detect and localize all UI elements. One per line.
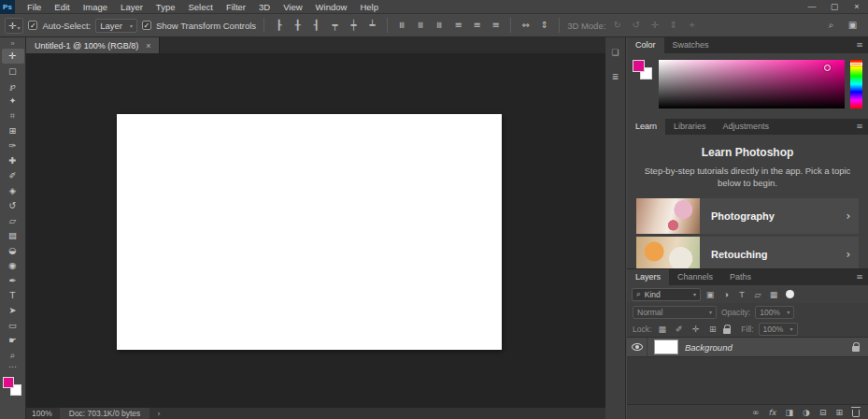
align-right-edges-icon[interactable]: ┨ (309, 14, 323, 36)
lock-all-icon[interactable] (723, 328, 731, 334)
layer-row-background[interactable]: Background (627, 338, 868, 357)
blend-mode-dropdown[interactable]: Normal ▾ (633, 306, 717, 319)
zoom-level[interactable]: 100% (32, 409, 52, 418)
align-horizontal-centers-icon[interactable]: ╂ (291, 14, 305, 36)
layer-filter-type-dropdown[interactable]: ⌕ Kind ▾ (632, 288, 701, 301)
crop-tool[interactable]: ⌗ (2, 108, 24, 123)
blur-tool[interactable]: ◒ (2, 243, 24, 258)
auto-select-checkbox[interactable]: ✓ (28, 21, 37, 30)
fill-dropdown[interactable]: 100% ▾ (759, 323, 798, 336)
canvas-area[interactable] (26, 53, 605, 408)
toolbar-collapse-icon[interactable]: » (10, 38, 14, 49)
close-button[interactable]: × (846, 0, 868, 14)
filter-shape-layers-icon[interactable]: ▱ (751, 290, 764, 299)
align-top-edges-icon[interactable]: ┯ (328, 14, 342, 36)
layer-visibility-cell[interactable] (627, 338, 647, 356)
color-picker-handle[interactable] (824, 65, 831, 71)
align-vertical-centers-icon[interactable]: ┿ (347, 14, 361, 36)
restore-button[interactable]: ▢ (823, 0, 846, 14)
tab-swatches[interactable]: Swatches (664, 37, 718, 53)
menu-help[interactable]: Help (353, 0, 385, 14)
edit-toolbar-icon[interactable]: ⋯ (8, 363, 17, 372)
layer-effects-icon[interactable]: fx (769, 405, 776, 419)
lock-image-icon[interactable]: ✐ (673, 325, 685, 334)
dodge-tool[interactable]: ◉ (2, 258, 24, 273)
align-bottom-edges-icon[interactable]: ┷ (365, 14, 379, 36)
eye-icon[interactable] (632, 343, 643, 351)
link-layers-icon[interactable]: ∞ (752, 405, 760, 419)
align-left-edges-icon[interactable]: ┠ (272, 14, 286, 36)
history-brush-tool[interactable]: ↺ (2, 198, 24, 213)
eraser-tool[interactable]: ▱ (2, 213, 24, 228)
menu-layer[interactable]: Layer (114, 0, 149, 14)
menu-window[interactable]: Window (309, 0, 354, 14)
learn-topic-retouching[interactable]: Retouching › (636, 237, 859, 269)
lock-transparency-icon[interactable]: ▦ (656, 325, 668, 334)
new-adjustment-layer-icon[interactable]: ◑ (803, 405, 810, 419)
tab-color[interactable]: Color (627, 37, 664, 53)
filter-adjustment-layers-icon[interactable]: ◑ (719, 290, 733, 299)
auto-select-target-dropdown[interactable]: Layer ▾ (95, 19, 137, 33)
distribute-vertical-centers-icon[interactable]: ≡ (414, 14, 428, 36)
hue-slider-handle[interactable] (850, 63, 862, 65)
menu-3d[interactable]: 3D (252, 0, 277, 14)
3d-scale-icon[interactable]: ⌖ (685, 14, 699, 36)
menu-image[interactable]: Image (77, 0, 114, 14)
panel-menu-icon[interactable]: ≡ (851, 119, 868, 135)
collapsed-panel-icon-1[interactable]: ❏ (608, 45, 623, 60)
learn-topic-photography[interactable]: Photography › (636, 198, 859, 234)
3d-pan-icon[interactable]: ✛ (647, 14, 662, 36)
tab-libraries[interactable]: Libraries (665, 119, 715, 135)
tab-channels[interactable]: Channels (669, 269, 721, 285)
menu-file[interactable]: File (21, 0, 48, 14)
canvas[interactable] (117, 114, 502, 350)
lock-artboards-icon[interactable]: ⊞ (706, 325, 719, 334)
tab-learn[interactable]: Learn (627, 119, 665, 135)
document-tab[interactable]: Untitled-1 @ 100% (RGB/8) × (26, 37, 160, 53)
tool-preset-picker[interactable]: ✛ ▾ (5, 18, 23, 34)
menu-view[interactable]: View (277, 0, 308, 14)
menu-select[interactable]: Select (181, 0, 219, 14)
brush-tool[interactable]: ✐ (2, 168, 24, 183)
layer-thumbnail[interactable] (654, 340, 678, 354)
rectangular-marquee-tool[interactable]: ▢ (2, 64, 24, 79)
clone-stamp-tool[interactable]: ◈ (2, 183, 24, 198)
hand-tool[interactable]: ☛ (2, 333, 24, 348)
show-transform-checkbox[interactable]: ✓ (142, 21, 151, 30)
foreground-background-swatches[interactable] (3, 377, 22, 397)
gradient-tool[interactable]: ▤ (2, 228, 24, 243)
lasso-tool[interactable]: ℘ (2, 79, 24, 94)
3d-slide-icon[interactable]: ⇕ (666, 14, 680, 36)
tab-layers[interactable]: Layers (627, 269, 669, 285)
collapsed-panel-icon-2[interactable]: ≣ (608, 69, 623, 84)
menu-edit[interactable]: Edit (48, 0, 76, 14)
saturation-brightness-field[interactable] (659, 60, 845, 108)
add-layer-mask-icon[interactable]: ◨ (786, 405, 794, 419)
3d-roll-icon[interactable]: ↺ (629, 14, 643, 36)
distribute-right-edges-icon[interactable]: ≡ (489, 14, 503, 36)
minimize-button[interactable]: — (801, 0, 823, 14)
status-options-chevron[interactable]: › (157, 409, 161, 418)
tab-adjustments[interactable]: Adjustments (715, 119, 778, 135)
distribute-top-edges-icon[interactable]: ≡ (395, 14, 409, 36)
close-tab-icon[interactable]: × (146, 41, 150, 51)
panel-menu-icon[interactable]: ≡ (851, 37, 868, 53)
zoom-tool[interactable]: ⌕ (2, 348, 24, 363)
filter-pixel-layers-icon[interactable]: ▣ (704, 290, 717, 299)
type-tool[interactable]: T (2, 288, 24, 303)
rectangle-tool[interactable]: ▭ (2, 318, 24, 333)
pen-tool[interactable]: ✒ (2, 273, 24, 288)
workspace-switcher-icon[interactable]: ▣ (846, 14, 860, 36)
frame-tool[interactable]: ⊞ (2, 123, 24, 138)
lock-position-icon[interactable]: ✛ (690, 325, 702, 334)
eyedropper-tool[interactable]: ✑ (2, 138, 24, 153)
foreground-color-swatch[interactable] (633, 60, 645, 72)
filter-smart-objects-icon[interactable]: ▦ (767, 290, 780, 299)
panel-menu-icon[interactable]: ≡ (851, 269, 868, 285)
distribute-left-edges-icon[interactable]: ≡ (451, 14, 465, 36)
tab-paths[interactable]: Paths (721, 269, 760, 285)
filter-type-layers-icon[interactable]: T (735, 290, 748, 299)
menu-filter[interactable]: Filter (220, 0, 252, 14)
quick-selection-tool[interactable]: ✦ (2, 94, 24, 108)
delete-layer-icon[interactable] (852, 410, 860, 417)
